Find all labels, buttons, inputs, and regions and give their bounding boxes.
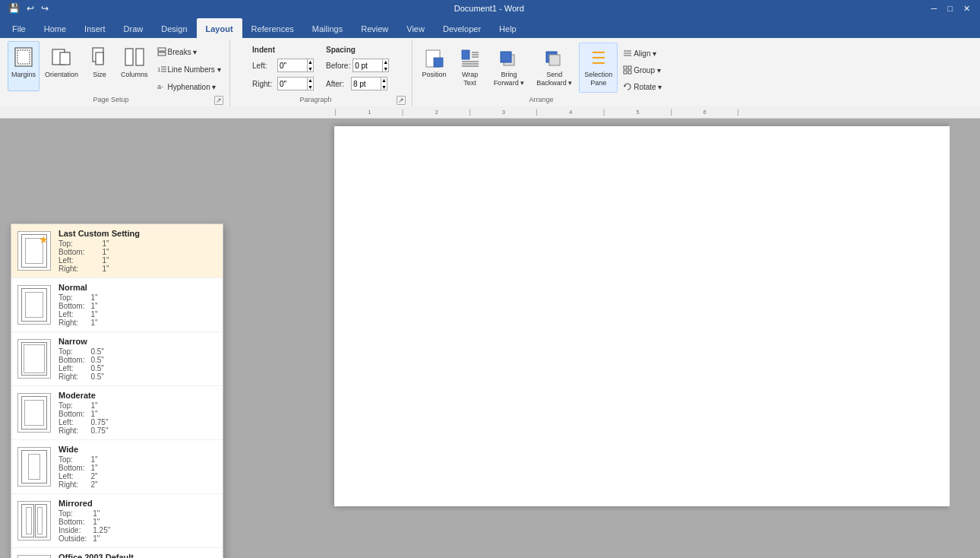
margin-item-wide[interactable]: Wide Top:1" Bottom:1" Left:2" Right:2" [11, 440, 223, 494]
margin-preview-office2003 [17, 555, 51, 558]
position-button[interactable]: Position [417, 43, 452, 93]
margin-text-narrow: Narrow Top:0.5" Bottom:0.5" Left:0.5" Ri… [58, 337, 117, 381]
svg-rect-6 [125, 49, 133, 65]
columns-button[interactable]: Columns [117, 41, 152, 91]
rotate-icon [623, 82, 632, 91]
ruler: │ 1 │ 2 │ 3 │ 4 │ 5 │ 6 │ [0, 106, 980, 119]
indent-left-down[interactable]: ▼ [308, 65, 313, 72]
tab-home[interactable]: Home [35, 18, 75, 38]
page-setup-expander[interactable]: ↗ [214, 96, 223, 105]
send-backward-icon [544, 48, 565, 69]
selection-pane-icon: ☰ [588, 48, 609, 69]
tab-view[interactable]: View [397, 18, 434, 38]
indent-label: Indent [252, 46, 314, 54]
margin-item-last-custom[interactable]: ★ Last Custom Setting Top:1" Bottom:1" L… [11, 224, 223, 278]
window-close-btn[interactable]: ✕ [959, 3, 974, 14]
hyphenation-label: Hyphenation ▾ [168, 83, 217, 91]
quick-save-btn[interactable]: 💾 [6, 2, 22, 14]
margins-dropdown: ★ Last Custom Setting Top:1" Bottom:1" L… [11, 224, 223, 558]
send-backward-button[interactable]: SendBackward ▾ [531, 43, 577, 93]
breaks-icon [157, 47, 166, 56]
svg-rect-34 [624, 71, 627, 74]
wrap-text-button[interactable]: WrapText [454, 43, 487, 93]
margin-text-mirrored: Mirrored Top:1" Bottom:1" Inside:1.25" O… [58, 499, 122, 543]
spacing-label: Spacing [326, 46, 389, 54]
group-button[interactable]: Group ▾ [619, 62, 665, 78]
paragraph-expander[interactable]: ↗ [397, 96, 405, 105]
margins-button[interactable]: Margins [8, 41, 40, 91]
margin-item-narrow[interactable]: Narrow Top:0.5" Bottom:0.5" Left:0.5" Ri… [11, 332, 223, 386]
margins-icon [11, 45, 36, 69]
tab-developer[interactable]: Developer [434, 18, 490, 38]
spacing-before-down[interactable]: ▼ [383, 65, 388, 72]
tab-references[interactable]: References [242, 18, 303, 38]
tab-file[interactable]: File [3, 18, 35, 38]
margin-preview-moderate [17, 393, 51, 433]
hyphenation-icon: a- [157, 82, 166, 91]
window-maximize-btn[interactable]: □ [944, 3, 956, 14]
spacing-after-up[interactable]: ▲ [381, 77, 387, 84]
margin-preview-mirrored [17, 501, 51, 541]
svg-rect-7 [136, 49, 144, 65]
indent-right-up[interactable]: ▲ [308, 77, 313, 84]
margin-preview-narrow [17, 339, 51, 379]
margin-item-normal[interactable]: Normal Top:1" Bottom:1" Left:1" Right:1" [11, 278, 223, 332]
spacing-before-field[interactable] [353, 59, 382, 71]
orientation-button[interactable]: Orientation [41, 41, 82, 91]
tab-mailings[interactable]: Mailings [303, 18, 352, 38]
tab-layout[interactable]: Layout [197, 18, 242, 38]
margin-text-moderate: Moderate Top:1" Bottom:1" Left:0.75" Rig… [58, 391, 117, 435]
spacing-after-field[interactable] [352, 78, 381, 90]
svg-rect-3 [60, 52, 70, 65]
breaks-label: Breaks ▾ [168, 48, 198, 56]
tab-review[interactable]: Review [352, 18, 397, 38]
quick-undo-btn[interactable]: ↩ [24, 2, 36, 14]
tab-help[interactable]: Help [490, 18, 526, 38]
bring-forward-button[interactable]: BringForward ▾ [488, 43, 530, 93]
indent-right-field[interactable] [278, 78, 307, 90]
margin-text-normal: Normal Top:1" Bottom:1" Left:1" Right:1" [58, 283, 117, 327]
position-icon [424, 48, 445, 69]
indent-left-label: Left: [252, 62, 275, 70]
tab-insert[interactable]: Insert [75, 18, 115, 38]
wrap-text-label: WrapText [462, 71, 478, 87]
margin-preview-last-custom: ★ [17, 231, 51, 271]
margin-item-moderate[interactable]: Moderate Top:1" Bottom:1" Left:0.75" Rig… [11, 386, 223, 440]
indent-right-label: Right: [252, 80, 275, 88]
bring-forward-icon [498, 48, 520, 69]
margin-item-mirrored[interactable]: Mirrored Top:1" Bottom:1" Inside:1.25" O… [11, 494, 223, 548]
svg-rect-17 [434, 58, 443, 67]
breaks-button[interactable]: Breaks ▾ [153, 44, 225, 59]
selection-pane-label: SelectionPane [584, 71, 612, 87]
line-numbers-button[interactable]: 1 Line Numbers ▾ [153, 62, 225, 77]
line-numbers-icon: 1 [157, 65, 166, 74]
svg-text:a-: a- [157, 83, 163, 90]
tab-draw[interactable]: Draw [115, 18, 153, 38]
svg-rect-26 [501, 52, 511, 62]
indent-left-up[interactable]: ▲ [308, 59, 313, 65]
spacing-after-input[interactable]: ▲ ▼ [351, 77, 387, 90]
spacing-before-input[interactable]: ▲ ▼ [352, 59, 389, 72]
window-minimize-btn[interactable]: ─ [928, 3, 941, 14]
wrap-text-icon [460, 48, 481, 69]
arrange-group-label: Arrange [417, 96, 666, 105]
margin-item-office2003[interactable]: Office 2003 Default Top:1" Bottom:1" Lef… [11, 548, 223, 558]
group-icon [623, 65, 632, 75]
rotate-button[interactable]: Rotate ▾ [619, 79, 665, 94]
svg-rect-5 [96, 52, 103, 65]
hyphenation-button[interactable]: a- Hyphenation ▾ [153, 79, 225, 94]
align-button[interactable]: Align ▾ [619, 46, 665, 61]
quick-redo-btn[interactable]: ↪ [39, 2, 51, 14]
tab-design[interactable]: Design [152, 18, 196, 38]
indent-right-down[interactable]: ▼ [308, 84, 313, 90]
indent-left-field[interactable] [278, 59, 307, 71]
size-button[interactable]: Size [84, 41, 115, 91]
svg-rect-9 [158, 52, 166, 55]
position-label: Position [422, 71, 447, 78]
indent-left-input[interactable]: ▲ ▼ [277, 59, 314, 72]
size-icon [87, 45, 112, 69]
spacing-after-down[interactable]: ▼ [381, 84, 387, 90]
spacing-before-up[interactable]: ▲ [383, 59, 388, 65]
selection-pane-button[interactable]: ☰ SelectionPane [579, 43, 618, 93]
indent-right-input[interactable]: ▲ ▼ [277, 77, 314, 90]
